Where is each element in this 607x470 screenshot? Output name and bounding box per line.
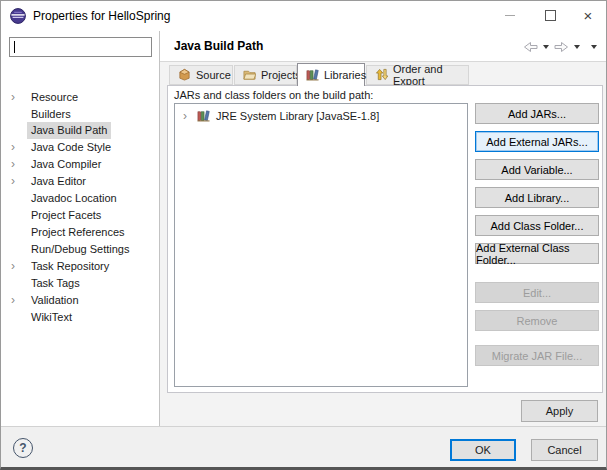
back-arrow-icon[interactable] (523, 41, 538, 53)
sidebar-item-javadoc-location[interactable]: Javadoc Location (1, 190, 160, 207)
back-dropdown-icon[interactable] (543, 45, 549, 49)
package-icon (178, 68, 191, 83)
chevron-right-icon[interactable]: › (183, 108, 187, 125)
title-bar: Properties for HelloSpring × (1, 1, 606, 31)
page-title: Java Build Path (174, 39, 263, 53)
sidebar-item-wikitext[interactable]: WikiText (1, 309, 160, 326)
chevron-right-icon[interactable]: › (11, 156, 15, 172)
order-icon (375, 68, 388, 83)
properties-dialog: Properties for HelloSpring × ›Resource B… (0, 0, 607, 470)
view-menu-icon[interactable] (591, 45, 597, 49)
chevron-right-icon[interactable]: › (11, 292, 15, 308)
list-item-jre-system-library[interactable]: › JRE System Library [JavaSE-1.8] (175, 108, 467, 125)
filter-input[interactable] (9, 37, 152, 57)
chevron-right-icon[interactable]: › (11, 258, 15, 274)
forward-dropdown-icon[interactable] (574, 45, 580, 49)
sidebar-item-project-references[interactable]: Project References (1, 224, 160, 241)
library-icon (306, 68, 319, 83)
sidebar-item-java-build-path[interactable]: Java Build Path (1, 122, 160, 139)
folder-icon (243, 68, 256, 83)
question-mark-icon: ? (19, 441, 26, 455)
help-button[interactable]: ? (13, 438, 33, 458)
maximize-icon (545, 10, 556, 21)
tab-source[interactable]: Source (169, 65, 233, 85)
bottom-bar: ? OK Cancel (1, 426, 606, 468)
sidebar-item-run-debug-settings[interactable]: Run/Debug Settings (1, 241, 160, 258)
tab-label: Projects (261, 69, 301, 81)
tab-label: Source (196, 69, 231, 81)
add-jars-button[interactable]: Add JARs... (475, 103, 599, 124)
sidebar-item-project-facets[interactable]: Project Facets (1, 207, 160, 224)
maximize-button[interactable] (533, 1, 567, 30)
sidebar: ›Resource Builders Java Build Path ›Java… (1, 31, 160, 426)
add-library-button[interactable]: Add Library... (475, 187, 599, 208)
build-path-list[interactable]: › JRE System Library [JavaSE-1.8] (174, 103, 468, 387)
sidebar-item-task-repository[interactable]: ›Task Repository (1, 258, 160, 275)
remove-button: Remove (475, 310, 599, 331)
add-external-class-folder-button[interactable]: Add External Class Folder... (475, 243, 599, 264)
close-button[interactable]: × (571, 1, 605, 30)
sidebar-item-java-code-style[interactable]: ›Java Code Style (1, 139, 160, 156)
tab-projects[interactable]: Projects (234, 65, 297, 85)
eclipse-icon (10, 8, 26, 24)
minimize-icon (505, 15, 515, 16)
chevron-right-icon[interactable]: › (11, 89, 15, 105)
tab-order-and-export[interactable]: Order and Export (366, 65, 469, 85)
page-header: Java Build Path (160, 31, 607, 62)
text-cursor (14, 41, 15, 53)
add-external-jars-button[interactable]: Add External JARs... (475, 131, 599, 152)
sidebar-item-resource[interactable]: ›Resource (1, 89, 160, 106)
chevron-right-icon[interactable]: › (11, 173, 15, 189)
chevron-right-icon[interactable]: › (11, 139, 15, 155)
cancel-button[interactable]: Cancel (531, 439, 598, 461)
tab-label: Order and Export (393, 63, 460, 87)
minimize-button[interactable] (493, 1, 527, 30)
library-icon (197, 109, 210, 127)
forward-arrow-icon[interactable] (554, 41, 569, 53)
history-nav (523, 39, 597, 55)
add-variable-button[interactable]: Add Variable... (475, 159, 599, 180)
tab-label: Libraries (324, 69, 366, 81)
window-title: Properties for HelloSpring (33, 9, 170, 23)
list-item-label: JRE System Library [JavaSE-1.8] (216, 108, 379, 125)
sidebar-item-builders[interactable]: Builders (1, 106, 160, 123)
migrate-jar-file-button: Migrate JAR File... (475, 345, 599, 366)
tab-libraries[interactable]: Libraries (297, 63, 365, 86)
sidebar-item-java-compiler[interactable]: ›Java Compiler (1, 156, 160, 173)
add-class-folder-button[interactable]: Add Class Folder... (475, 215, 599, 236)
build-path-list-label: JARs and class folders on the build path… (174, 89, 373, 101)
sidebar-item-task-tags[interactable]: Task Tags (1, 275, 160, 292)
main-panel: Java Build Path Source (160, 31, 607, 426)
apply-button[interactable]: Apply (521, 400, 598, 422)
ok-button[interactable]: OK (450, 439, 516, 461)
edit-button: Edit... (475, 282, 599, 303)
sidebar-item-java-editor[interactable]: ›Java Editor (1, 173, 160, 190)
sidebar-item-validation[interactable]: ›Validation (1, 292, 160, 309)
